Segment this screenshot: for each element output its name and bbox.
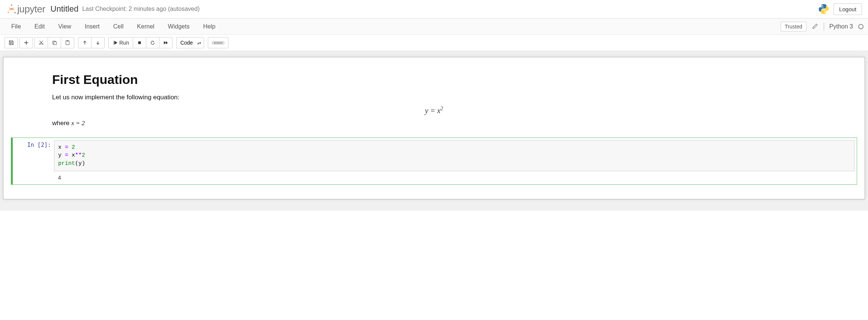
svg-rect-8 [54,42,56,45]
paste-button[interactable] [61,37,74,48]
notebook-container: First Equation Let us now implement the … [0,51,868,211]
svg-point-2 [8,12,9,13]
cell-type-select[interactable]: Code [176,37,204,48]
markdown-cell[interactable]: First Equation Let us now implement the … [7,69,861,135]
header-bar: jupyter Untitled Last Checkpoint: 2 minu… [0,0,868,18]
arrow-up-icon [82,40,87,45]
insert-cell-button[interactable] [20,37,33,48]
menu-kernel[interactable]: Kernel [130,20,161,33]
menu-edit[interactable]: Edit [28,20,52,33]
move-down-button[interactable] [91,37,105,48]
arrow-down-icon [95,40,101,45]
jupyter-logo-text: jupyter [17,3,45,15]
kernel-name[interactable]: Python 3 [827,23,855,30]
menu-view[interactable]: View [51,20,78,33]
notebook: First Equation Let us now implement the … [3,57,865,199]
clipboard-icon [65,40,70,45]
plus-icon [24,40,29,45]
pencil-icon[interactable] [809,22,821,31]
keyboard-icon [212,42,224,44]
code-line: print(y) [58,160,850,168]
code-cell[interactable]: In [2]: x = 2 y = x**2 print(y) 4 [11,138,857,185]
jupyter-icon [6,3,17,15]
run-button[interactable]: Run [108,37,133,48]
jupyter-logo[interactable]: jupyter [6,3,45,15]
code-line: x = 2 [58,144,850,152]
svg-point-0 [11,4,12,6]
restart-run-all-button[interactable] [159,37,173,48]
code-input[interactable]: x = 2 y = x**2 print(y) [54,140,854,171]
run-label: Run [119,40,129,46]
svg-point-4 [824,12,826,13]
notebook-name[interactable]: Untitled [51,4,79,14]
copy-icon [52,40,57,45]
markdown-paragraph: Let us now implement the following equat… [52,94,816,101]
menu-cell[interactable]: Cell [107,20,131,33]
menubar: File Edit View Insert Cell Kernel Widget… [0,18,868,35]
save-icon [9,40,14,45]
menu-insert[interactable]: Insert [78,20,107,33]
markdown-where: where x = 2 [52,120,816,127]
python-icon [818,3,830,15]
logout-button[interactable]: Logout [833,3,862,15]
divider [824,22,824,31]
svg-rect-11 [138,42,141,44]
code-output: 4 [54,173,857,184]
interrupt-button[interactable] [133,37,146,48]
menu-widgets[interactable]: Widgets [161,20,197,33]
svg-point-3 [822,5,823,6]
cut-button[interactable] [35,37,48,48]
scissors-icon [39,40,44,45]
restart-button[interactable] [146,37,159,48]
svg-rect-10 [67,40,68,42]
toolbar: Run Code ▴▾ [0,35,868,51]
code-line: y = x**2 [58,151,850,160]
save-button[interactable] [5,37,18,48]
move-up-button[interactable] [78,37,92,48]
trusted-indicator[interactable]: Trusted [781,22,806,31]
stop-icon [137,40,142,45]
markdown-equation: y = x2 [52,106,816,115]
run-icon [113,40,118,45]
command-palette-button[interactable] [208,37,228,48]
input-prompt: In [2]: [13,138,54,184]
copy-button[interactable] [48,37,61,48]
kernel-idle-icon [858,24,863,29]
restart-icon [150,40,155,45]
fast-forward-icon [163,40,168,45]
menu-help[interactable]: Help [196,20,222,33]
markdown-heading: First Equation [52,72,816,87]
checkpoint-text: Last Checkpoint: 2 minutes ago (autosave… [82,6,200,12]
svg-point-1 [14,12,16,13]
menu-file[interactable]: File [5,20,28,33]
